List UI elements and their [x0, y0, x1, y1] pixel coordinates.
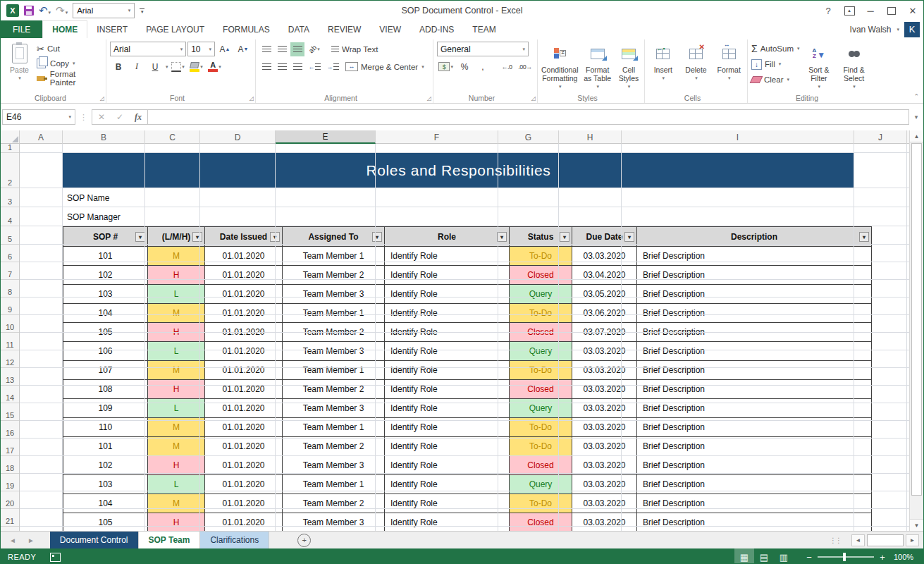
cell[interactable]: Team Member 2 — [283, 266, 385, 285]
cell[interactable]: 01.01.2020 — [205, 266, 283, 285]
zoom-level[interactable]: 100% — [888, 553, 923, 561]
paste-button[interactable]: Paste ▾ — [6, 42, 33, 92]
row-header-20[interactable]: 20 — [1, 491, 19, 509]
accounting-format-button[interactable]: $▾ — [437, 59, 455, 74]
qat-font-box[interactable]: Arial▾ — [73, 3, 135, 18]
row-header-15[interactable]: 15 — [1, 403, 19, 421]
cell[interactable]: 102 — [63, 456, 148, 475]
cell[interactable]: 01.01.2020 — [205, 342, 283, 361]
cell[interactable]: Query — [510, 342, 572, 361]
column-header-D[interactable]: D — [200, 130, 276, 144]
font-color-button[interactable]: A▾ — [207, 59, 223, 74]
cell[interactable]: H — [148, 266, 205, 285]
cell[interactable]: Query — [510, 285, 572, 304]
row-header-17[interactable]: 17 — [1, 439, 19, 456]
cell[interactable]: Identify Role — [385, 399, 510, 418]
sort-filter-button[interactable]: AZ▼ Sort & Filter▾ — [803, 42, 834, 92]
cell[interactable]: 101 — [63, 247, 148, 266]
align-center-button[interactable] — [275, 60, 289, 74]
select-all-corner[interactable] — [1, 130, 20, 143]
zoom-slider-thumb[interactable] — [843, 553, 846, 561]
find-select-button[interactable]: Find & Select▾ — [838, 42, 870, 92]
expand-formula-bar-icon[interactable]: ▾ — [909, 114, 923, 121]
bold-button[interactable]: B — [110, 59, 127, 74]
cell[interactable]: Identify Role — [385, 380, 510, 399]
cell[interactable]: To-Do — [510, 494, 572, 513]
cell[interactable]: Brief Description — [637, 361, 872, 380]
cell[interactable]: 01.01.2020 — [205, 513, 283, 532]
cell[interactable]: Brief Description — [637, 266, 872, 285]
cell[interactable]: 107 — [63, 361, 148, 380]
cell[interactable]: Brief Description — [637, 513, 872, 532]
sheet-tab-clarifications[interactable]: Clarifications — [200, 532, 269, 548]
sheet-nav-left-icon[interactable]: ◄ — [9, 537, 16, 544]
scroll-right-icon[interactable]: ► — [906, 534, 919, 546]
filter-button[interactable]: ▾ — [192, 232, 202, 242]
cell[interactable]: Brief Description — [637, 247, 872, 266]
cell[interactable]: L — [148, 285, 205, 304]
cell[interactable]: 03.03.2020 — [572, 513, 637, 532]
decrease-font-button[interactable]: A▼ — [235, 42, 252, 56]
cell[interactable]: H — [148, 456, 205, 475]
row-header-13[interactable]: 13 — [1, 368, 19, 386]
cell[interactable]: 01.01.2020 — [205, 304, 283, 323]
dialog-launcher-icon[interactable]: ◿ — [531, 95, 536, 102]
sheet-nav-right-icon[interactable]: ► — [27, 537, 35, 544]
borders-button[interactable]: ▾ — [170, 59, 187, 74]
comma-style-button[interactable]: , — [474, 59, 491, 74]
font-size-select[interactable]: 10▾ — [187, 42, 215, 56]
tab-home[interactable]: HOME — [42, 20, 87, 38]
sop-manager-cell[interactable]: SOP Manager — [67, 207, 121, 226]
conditional-formatting-button[interactable]: ≠ Conditional Formatting▾ — [541, 42, 579, 92]
ribbon-display-options-button[interactable]: ▴ — [839, 2, 860, 19]
cell[interactable]: M — [148, 494, 205, 513]
redo-button[interactable]: ↷▾ — [56, 4, 68, 17]
dialog-launcher-icon[interactable]: ◿ — [100, 95, 104, 102]
row-header-14[interactable]: 14 — [1, 386, 19, 403]
percent-style-button[interactable]: % — [456, 59, 473, 74]
sop-name-cell[interactable]: SOP Name — [67, 188, 109, 207]
filter-button[interactable]: ▾ — [859, 232, 869, 242]
cell[interactable]: Brief Description — [637, 399, 872, 418]
cell[interactable]: 03.03.2020 — [572, 247, 637, 266]
cell[interactable]: Brief Description — [637, 437, 872, 456]
decrease-indent-button[interactable]: ← — [306, 59, 323, 74]
tab-insert[interactable]: INSERT — [87, 20, 137, 38]
cell[interactable]: 01.01.2020 — [205, 361, 283, 380]
scroll-up-icon[interactable]: ▲ — [910, 130, 923, 142]
scroll-left-icon[interactable]: ◄ — [851, 534, 865, 546]
name-box[interactable]: E46▾ — [2, 109, 75, 125]
cell[interactable]: Identify Role — [385, 342, 510, 361]
cell-styles-button[interactable]: Cell Styles▾ — [617, 42, 641, 92]
cell[interactable]: Team Member 2 — [283, 380, 385, 399]
font-name-select[interactable]: Arial▾ — [110, 42, 186, 56]
cell[interactable]: Closed — [510, 380, 572, 399]
cell[interactable]: Identify Role — [385, 304, 510, 323]
row-header-6[interactable]: 6 — [1, 245, 19, 262]
cell[interactable]: 03.03.2020 — [572, 437, 637, 456]
align-left-button[interactable] — [259, 60, 273, 74]
tab-page-layout[interactable]: PAGE LAYOUT — [137, 20, 214, 38]
increase-decimal-button[interactable]: ←.0 — [498, 59, 515, 74]
bottom-align-button[interactable] — [290, 42, 304, 56]
row-header-19[interactable]: 19 — [1, 474, 19, 491]
collapse-ribbon-button[interactable]: ⌃ — [913, 93, 919, 100]
delete-cells-button[interactable]: ✕ Delete▾ — [682, 42, 711, 92]
qat-customize-button[interactable]: ▾ — [140, 8, 144, 13]
cell[interactable]: 03.05.2020 — [572, 285, 637, 304]
tab-formulas[interactable]: FORMULAS — [214, 20, 279, 38]
cell[interactable]: 01.01.2020 — [205, 285, 283, 304]
cell[interactable]: Closed — [510, 456, 572, 475]
cell[interactable]: L — [148, 399, 205, 418]
cell[interactable]: Identify Role — [385, 456, 510, 475]
align-right-button[interactable] — [290, 60, 304, 74]
cell[interactable]: 03.03.2020 — [572, 456, 637, 475]
cell[interactable]: Team Member 1 — [283, 247, 385, 266]
avatar[interactable]: K — [904, 22, 920, 37]
tab-team[interactable]: TEAM — [463, 20, 505, 38]
cell[interactable]: Team Member 3 — [283, 399, 385, 418]
tab-view[interactable]: VIEW — [370, 20, 410, 38]
cell[interactable]: To-Do — [510, 437, 572, 456]
scroll-down-icon[interactable]: ▼ — [910, 519, 923, 531]
cell[interactable]: Brief Description — [637, 342, 872, 361]
